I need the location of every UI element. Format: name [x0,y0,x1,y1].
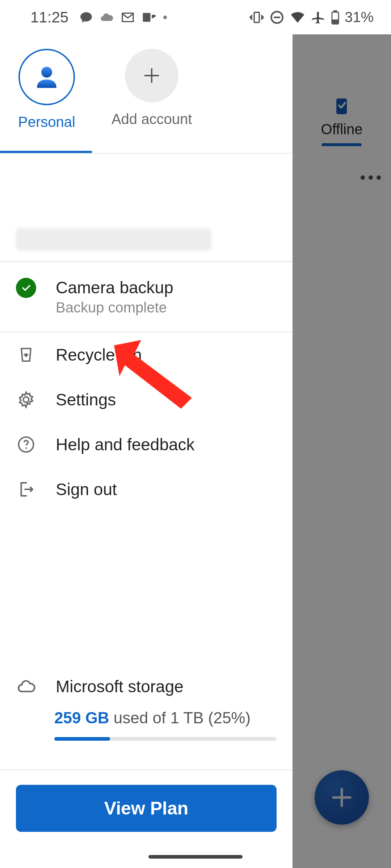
person-icon [32,63,61,92]
svg-rect-1 [254,12,259,22]
menu-settings[interactable]: Settings [0,377,293,422]
recycle-bin-icon [17,345,35,364]
menu-item-title: Settings [56,390,116,409]
menu-list: Camera backup Backup complete Recycle bi… [0,262,293,512]
account-personal-label: Personal [18,114,75,130]
view-plan-button[interactable]: View Plan [16,785,277,832]
dnd-icon [269,10,285,25]
wifi-icon [290,9,306,25]
nav-gesture-pill[interactable] [148,855,243,859]
gear-icon [17,390,35,409]
account-personal[interactable]: Personal [18,49,75,130]
menu-recycle-bin[interactable]: Recycle bin [0,332,293,377]
divider [0,770,293,770]
outlook-icon [142,10,157,25]
svg-rect-0 [143,13,151,22]
avatar-ring [18,49,75,105]
cloud-outline-icon [16,676,36,697]
status-bar: 11:25 31% [0,0,391,34]
svg-point-7 [23,397,29,402]
account-email-redacted [16,228,211,251]
storage-usage-text: 259 GB used of 1 TB (25%) [16,709,277,727]
menu-camera-backup[interactable]: Camera backup Backup complete [0,262,293,332]
battery-icon [331,10,340,25]
menu-item-subtitle: Backup complete [56,299,173,316]
storage-progress [54,737,277,741]
storage-progress-fill [54,737,110,741]
chat-bubble-icon [79,10,93,24]
plus-icon [141,65,163,86]
airplane-icon [311,10,326,25]
storage-section: Microsoft storage 259 GB used of 1 TB (2… [0,666,293,749]
menu-item-title: Help and feedback [56,435,195,454]
svg-point-9 [25,447,27,449]
background-screen-sliver[interactable]: Offline [293,34,391,868]
storage-rest-text: used of 1 TB (25%) [109,709,251,727]
status-left: 11:25 [30,9,167,26]
menu-item-title: Sign out [56,480,117,499]
svg-point-6 [41,67,52,78]
scrim [293,34,391,868]
menu-item-title: Recycle bin [56,345,142,365]
menu-sign-out[interactable]: Sign out [0,467,293,512]
status-time: 11:25 [30,9,68,26]
status-battery-text: 31% [345,9,374,25]
add-account-label: Add account [112,111,192,127]
check-circle-icon [16,278,36,298]
help-circle-icon [17,435,35,454]
menu-help-feedback[interactable]: Help and feedback [0,422,293,467]
svg-rect-4 [334,10,336,12]
account-email-row[interactable] [0,218,293,261]
menu-item-title: Camera backup [56,278,173,297]
accounts-row: Personal Add account [0,34,293,130]
sign-out-icon [16,480,36,499]
add-account-circle [125,49,178,102]
status-more-dot-icon [163,16,167,19]
cloud-icon [100,10,114,25]
storage-used-value: 259 GB [54,709,109,727]
tabs-divider [0,153,293,154]
svg-rect-5 [333,20,338,23]
status-right: 31% [249,9,374,25]
add-account[interactable]: Add account [112,49,192,127]
mail-icon [121,10,135,25]
vibrate-icon [249,10,264,25]
storage-title: Microsoft storage [56,677,184,696]
account-drawer: Personal Add account [0,34,293,868]
